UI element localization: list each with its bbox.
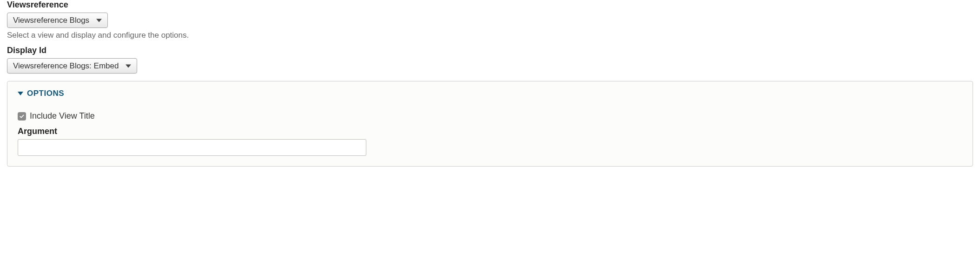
display-id-select-wrapper[interactable]: Viewsreference Blogs: Embed (7, 58, 137, 74)
viewsreference-field: Viewsreference Viewsreference Blogs Sele… (7, 0, 973, 40)
display-id-select[interactable]: Viewsreference Blogs: Embed (7, 59, 137, 73)
display-id-label: Display Id (7, 46, 973, 55)
options-fieldset: OPTIONS Include View Title Argument (7, 81, 973, 167)
check-icon (19, 114, 25, 119)
chevron-down-icon (18, 92, 23, 95)
options-legend-toggle[interactable]: OPTIONS (18, 89, 64, 98)
argument-label: Argument (18, 127, 962, 136)
viewsreference-description: Select a view and display and configure … (7, 31, 973, 40)
viewsreference-select-wrapper[interactable]: Viewsreference Blogs (7, 13, 108, 28)
viewsreference-select[interactable]: Viewsreference Blogs (7, 13, 107, 27)
options-legend-text: OPTIONS (27, 89, 64, 98)
argument-field: Argument (18, 127, 962, 156)
viewsreference-label: Viewsreference (7, 0, 973, 10)
include-view-title-checkbox[interactable] (18, 112, 26, 121)
include-view-title-label[interactable]: Include View Title (30, 111, 95, 121)
argument-input[interactable] (18, 139, 366, 156)
display-id-field: Display Id Viewsreference Blogs: Embed (7, 46, 973, 74)
include-view-title-row: Include View Title (18, 111, 962, 121)
